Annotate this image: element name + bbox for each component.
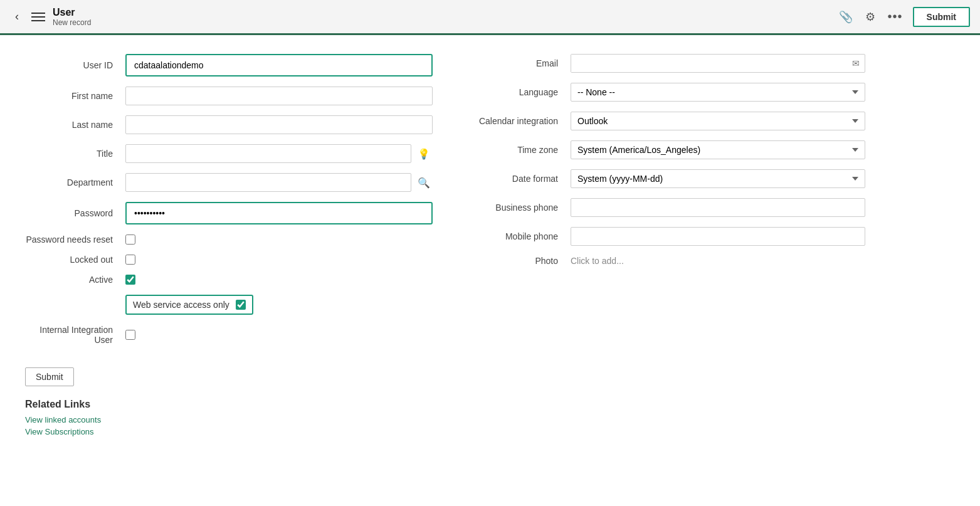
settings-icon-button[interactable]: ⚙ (863, 8, 878, 26)
active-row: Active (25, 275, 433, 285)
password-field-wrapper (125, 202, 433, 224)
photo-row: Photo Click to add... (458, 256, 865, 266)
date-format-label: Date format (458, 174, 571, 184)
department-search-icon[interactable]: 🔍 (415, 174, 433, 191)
left-panel: User ID First name Last name Title (25, 54, 433, 439)
department-field-wrapper: 🔍 (125, 173, 433, 192)
header-title-block: User New record (53, 7, 91, 27)
password-needs-reset-label: Password needs reset (25, 235, 125, 245)
email-input[interactable] (571, 55, 847, 72)
locked-out-label: Locked out (25, 255, 125, 265)
last-name-label: Last name (25, 120, 125, 130)
right-panel: Email ✉ Language -- None -- English Fren… (458, 54, 865, 439)
business-phone-field-wrapper (571, 198, 865, 217)
business-phone-input[interactable] (571, 198, 865, 217)
language-row: Language -- None -- English French Spani… (458, 83, 865, 102)
timezone-field-wrapper: System (America/Los_Angeles) UTC EST PST (571, 140, 865, 159)
mobile-phone-input[interactable] (571, 227, 865, 246)
title-row: Title 💡 (25, 144, 433, 163)
related-links: Related Links View linked accounts View … (25, 399, 433, 436)
mobile-phone-label: Mobile phone (458, 231, 571, 241)
password-reset-row: Password needs reset (25, 235, 433, 245)
related-links-title: Related Links (25, 399, 433, 410)
calendar-label: Calendar integration (458, 116, 571, 126)
mobile-phone-field-wrapper (571, 227, 865, 246)
email-field-wrapper: ✉ (571, 54, 865, 73)
title-label: Title (25, 149, 125, 159)
user-id-row: User ID (25, 54, 433, 76)
more-options-button[interactable]: ••• (885, 7, 905, 26)
user-id-field-wrapper (125, 54, 433, 76)
language-select[interactable]: -- None -- English French Spanish German (571, 83, 865, 102)
submit-button-header[interactable]: Submit (913, 7, 970, 27)
business-phone-label: Business phone (458, 203, 571, 213)
language-field-wrapper: -- None -- English French Spanish German (571, 83, 865, 102)
last-name-row: Last name (25, 115, 433, 134)
active-label: Active (25, 275, 125, 285)
email-label: Email (458, 58, 571, 68)
locked-out-row: Locked out (25, 255, 433, 265)
department-input[interactable] (125, 173, 411, 192)
view-linked-accounts-link[interactable]: View linked accounts (25, 415, 433, 424)
timezone-label: Time zone (458, 145, 571, 155)
web-service-box: Web service access only (125, 295, 253, 315)
timezone-select[interactable]: System (America/Los_Angeles) UTC EST PST (571, 140, 865, 159)
header-subtitle: New record (53, 18, 91, 27)
last-name-field-wrapper (125, 115, 433, 134)
date-format-field-wrapper: System (yyyy-MM-dd) MM/dd/yyyy dd/MM/yyy… (571, 169, 865, 188)
submit-button-bottom[interactable]: Submit (25, 367, 74, 386)
password-needs-reset-checkbox[interactable] (125, 235, 135, 245)
menu-icon[interactable] (31, 13, 45, 21)
email-icon: ✉ (847, 58, 865, 68)
header-title: User (53, 7, 91, 18)
timezone-row: Time zone System (America/Los_Angeles) U… (458, 140, 865, 159)
title-help-icon[interactable]: 💡 (415, 145, 433, 162)
mobile-phone-row: Mobile phone (458, 227, 865, 246)
user-id-label: User ID (25, 60, 125, 70)
first-name-label: First name (25, 91, 125, 101)
header-right: 📎 ⚙ ••• Submit (836, 7, 970, 27)
photo-placeholder[interactable]: Click to add... (571, 256, 624, 266)
first-name-field-wrapper (125, 87, 433, 105)
department-label: Department (25, 177, 125, 187)
web-service-label: Web service access only (133, 300, 229, 310)
internal-integration-row: Internal Integration User (25, 325, 433, 345)
title-field-wrapper: 💡 (125, 144, 433, 163)
password-label: Password (25, 208, 125, 218)
title-input[interactable] (125, 144, 411, 163)
main-content: User ID First name Last name Title (0, 35, 980, 458)
attach-icon-button[interactable]: 📎 (836, 8, 855, 26)
business-phone-row: Business phone (458, 198, 865, 217)
email-row: Email ✉ (458, 54, 865, 73)
photo-field-wrapper: Click to add... (571, 256, 865, 266)
calendar-select[interactable]: Outlook Google Calendar None (571, 112, 865, 130)
locked-out-checkbox[interactable] (125, 255, 135, 265)
header: ‹ User New record 📎 ⚙ ••• Submit (0, 0, 980, 35)
department-row: Department 🔍 (25, 173, 433, 192)
view-subscriptions-link[interactable]: View Subscriptions (25, 427, 433, 436)
first-name-input[interactable] (125, 87, 433, 105)
web-service-row: Web service access only (125, 295, 433, 315)
date-format-row: Date format System (yyyy-MM-dd) MM/dd/yy… (458, 169, 865, 188)
back-button[interactable]: ‹ (10, 8, 24, 26)
last-name-input[interactable] (125, 115, 433, 134)
web-service-checkbox[interactable] (236, 300, 246, 310)
date-format-select[interactable]: System (yyyy-MM-dd) MM/dd/yyyy dd/MM/yyy… (571, 169, 865, 188)
user-id-input[interactable] (128, 56, 430, 74)
internal-integration-label: Internal Integration User (25, 325, 125, 345)
password-row: Password (25, 202, 433, 224)
calendar-field-wrapper: Outlook Google Calendar None (571, 112, 865, 130)
active-checkbox[interactable] (125, 275, 135, 285)
first-name-row: First name (25, 87, 433, 105)
language-label: Language (458, 87, 571, 97)
password-input[interactable] (128, 204, 430, 222)
header-left: ‹ User New record (10, 7, 91, 27)
internal-integration-checkbox[interactable] (125, 330, 135, 340)
photo-label: Photo (458, 256, 571, 266)
calendar-row: Calendar integration Outlook Google Cale… (458, 112, 865, 130)
